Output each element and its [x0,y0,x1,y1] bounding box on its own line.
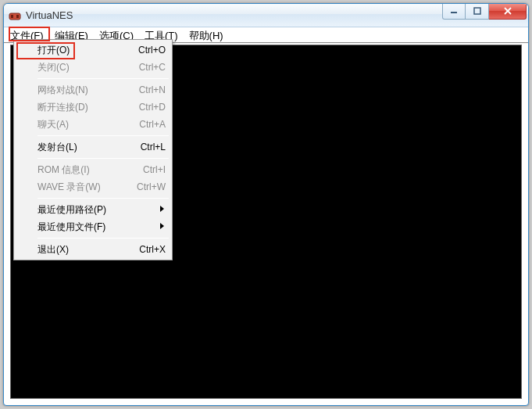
menu-separator [37,135,169,136]
submenu-arrow-icon [160,223,164,229]
menu-item-accel: Ctrl+D [139,102,166,113]
menu-item: 网络对战(N)Ctrl+N [16,81,170,99]
menu-item-label: ROM 信息(I) [37,163,143,177]
menu-item-accel: Ctrl+L [141,142,166,152]
menu-item: 聊天(A)Ctrl+A [16,116,170,133]
menu-item-accel: Ctrl+A [139,119,166,130]
menu-item: 关闭(C)Ctrl+C [16,59,170,76]
menu-item-label: 断开连接(D) [37,101,139,114]
file-dropdown: 打开(O)Ctrl+O关闭(C)Ctrl+C网络对战(N)Ctrl+N断开连接(… [13,39,173,260]
menu-item-accel: Ctrl+N [139,84,166,95]
close-button[interactable] [489,4,527,20]
submenu-arrow-icon [160,206,164,212]
menu-item: ROM 信息(I)Ctrl+I [16,161,170,178]
app-title: VirtuaNES [26,9,442,21]
menu-item-label: 最近使用文件(F) [37,221,166,234]
minimize-button[interactable] [442,4,466,20]
app-icon [9,9,21,22]
menu-separator [37,238,169,239]
menu-item[interactable]: 最近使用路径(P) [16,201,170,218]
menu-separator [37,198,169,199]
menu-item: WAVE 录音(W)Ctrl+W [16,178,170,196]
svg-rect-4 [474,8,480,14]
menu-item-label: 关闭(C) [37,61,139,74]
close-icon [503,6,512,16]
menu-item[interactable]: 发射台(L)Ctrl+L [16,138,170,156]
minimize-icon [450,7,458,15]
menu-item: 断开连接(D)Ctrl+D [16,99,170,116]
menu-help[interactable]: 帮助(H) [184,27,229,42]
menu-item[interactable]: 退出(X)Ctrl+X [16,241,170,258]
titlebar: VirtuaNES [4,4,528,27]
menu-item-accel: Ctrl+W [137,181,166,192]
menu-item-accel: Ctrl+C [139,62,166,73]
menu-separator [37,78,169,79]
menu-item-label: 最近使用路径(P) [37,203,166,217]
svg-rect-1 [11,15,13,18]
window-controls [442,4,527,21]
menu-item-label: 网络对战(N) [37,84,139,97]
svg-rect-3 [451,12,457,13]
menu-item-label: 打开(O) [37,44,138,57]
menu-item[interactable]: 最近使用文件(F) [16,218,170,235]
menu-separator [37,158,169,159]
menu-item-accel: Ctrl+I [143,164,166,175]
menu-item-label: 发射台(L) [37,141,141,154]
menu-item-label: 聊天(A) [37,118,139,131]
menu-item-label: WAVE 录音(W) [37,181,137,194]
menu-item[interactable]: 打开(O)Ctrl+O [16,41,170,59]
menu-item-label: 退出(X) [37,243,139,257]
maximize-icon [473,7,481,15]
svg-rect-2 [16,15,19,18]
menu-item-accel: Ctrl+X [139,244,166,255]
menu-item-accel: Ctrl+O [138,45,166,56]
maximize-button[interactable] [466,4,489,20]
